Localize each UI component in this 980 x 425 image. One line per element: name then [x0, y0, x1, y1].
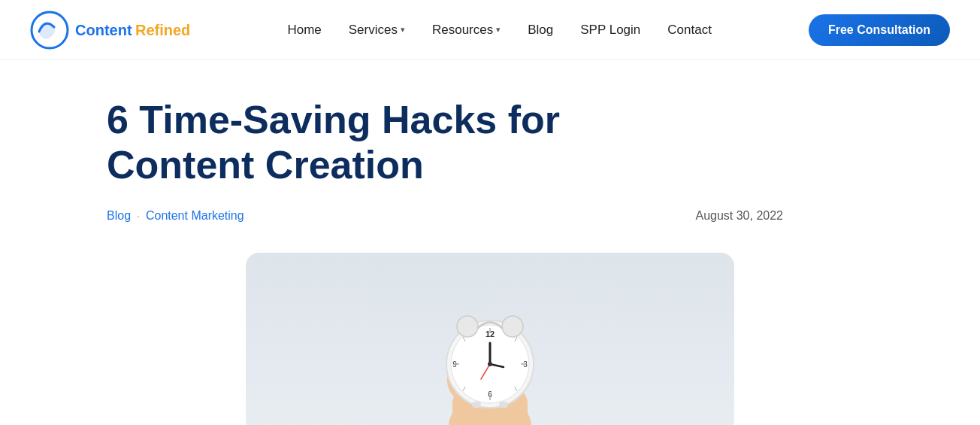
breadcrumb-separator: · — [137, 210, 140, 222]
publish-date: August 30, 2022 — [695, 209, 783, 223]
breadcrumb-category[interactable]: Content Marketing — [146, 209, 244, 223]
featured-image: 12 3 6 9 — [246, 253, 734, 425]
nav-item-home[interactable]: Home — [287, 23, 321, 38]
free-consultation-button[interactable]: Free Consultation — [809, 14, 950, 46]
main-nav: Home Services ▾ Resources ▾ Blog SPP Log… — [287, 23, 711, 38]
nav-item-blog[interactable]: Blog — [528, 23, 553, 38]
main-content: 6 Time-Saving Hacks for Content Creation… — [77, 60, 903, 425]
breadcrumb-parent[interactable]: Blog — [107, 209, 131, 223]
svg-rect-8 — [472, 402, 481, 408]
logo-text: Content Refined — [75, 22, 190, 38]
logo-icon — [30, 11, 69, 50]
nav-item-services[interactable]: Services ▾ — [349, 23, 405, 38]
chevron-down-icon: ▾ — [401, 25, 405, 35]
svg-point-25 — [488, 362, 492, 366]
svg-point-6 — [457, 316, 478, 337]
logo-content-word: Content — [75, 22, 132, 38]
breadcrumb: Blog · Content Marketing — [107, 209, 244, 223]
svg-point-7 — [502, 316, 523, 337]
chevron-down-icon: ▾ — [496, 25, 501, 35]
clock-illustration: 12 3 6 9 — [246, 253, 734, 425]
svg-rect-9 — [499, 402, 508, 408]
clock-svg: 12 3 6 9 — [370, 253, 610, 425]
article-meta: Blog · Content Marketing August 30, 2022 — [107, 209, 783, 223]
article-title: 6 Time-Saving Hacks for Content Creation — [107, 98, 693, 188]
site-header: Content Refined Home Services ▾ Resource… — [0, 0, 980, 60]
logo-refined-word: Refined — [135, 22, 190, 38]
nav-item-resources[interactable]: Resources ▾ — [432, 23, 501, 38]
nav-item-spp-login[interactable]: SPP Login — [580, 23, 640, 38]
nav-item-contact[interactable]: Contact — [667, 23, 712, 38]
site-logo[interactable]: Content Refined — [30, 11, 190, 50]
